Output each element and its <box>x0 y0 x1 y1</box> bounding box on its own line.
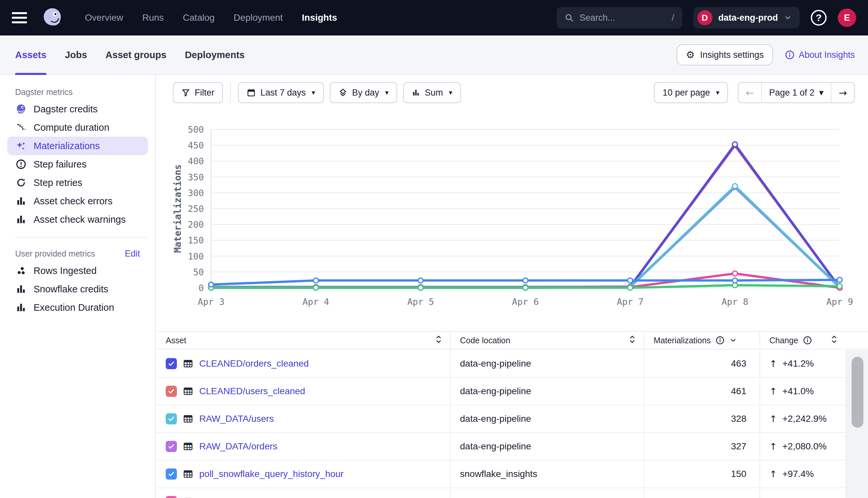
tab-deployments[interactable]: Deployments <box>185 36 245 74</box>
dagster-logo-icon[interactable] <box>41 7 63 29</box>
search-input[interactable]: Search... / <box>557 7 682 29</box>
hamburger-menu-icon[interactable] <box>12 12 27 23</box>
sidebar-item-label: Compute duration <box>34 122 110 133</box>
sidebar-item-asset-check-warnings[interactable]: Asset check warnings <box>7 210 148 228</box>
code-location: snowflake_insights <box>460 469 537 479</box>
change-percent: +2,242.9% <box>782 414 827 424</box>
column-header-code-location[interactable]: Code location <box>450 332 644 349</box>
svg-text:Apr 9: Apr 9 <box>826 297 853 307</box>
metrics-sidebar: Dagster metrics Dagster creditsCompute d… <box>0 76 156 498</box>
aggregation-button[interactable]: Sum ▾ <box>403 82 461 103</box>
deployment-switcher[interactable]: D data-eng-prod <box>693 7 800 29</box>
sidebar-section-title: Dagster metrics <box>0 84 155 100</box>
line-chart-svg: 050100150200250300350400450500Apr 3Apr 4… <box>156 108 868 338</box>
date-range-button[interactable]: Last 7 days ▾ <box>238 82 324 103</box>
series-checkbox[interactable] <box>166 358 177 369</box>
assets-table: AssetCode locationMaterializationsChange… <box>156 331 868 498</box>
sidebar-item-asset-check-errors[interactable]: Asset check errors <box>7 192 148 210</box>
column-header-asset[interactable]: Asset <box>156 332 450 349</box>
asset-link[interactable]: CLEANED/… <box>199 496 255 498</box>
edit-metrics-link[interactable]: Edit <box>125 249 140 259</box>
materializations-count: 328 <box>644 405 760 432</box>
per-page-dropdown[interactable]: 10 per page ▾ <box>654 82 728 103</box>
tab-jobs[interactable]: Jobs <box>65 36 87 74</box>
svg-text:100: 100 <box>188 251 204 261</box>
series-checkbox[interactable] <box>166 386 177 397</box>
series-checkbox[interactable] <box>166 441 177 452</box>
sidebar-item-snowflake-credits[interactable]: Snowflake credits <box>7 280 148 298</box>
top-nav-link-deployment[interactable]: Deployment <box>234 12 283 23</box>
sort-icon[interactable] <box>628 335 637 344</box>
svg-text:Apr 4: Apr 4 <box>303 297 329 307</box>
sidebar-section-title-user: User provided metrics Edit <box>0 246 155 261</box>
table-row: CLEANED/orders_cleaneddata-eng-pipeline4… <box>156 350 868 378</box>
table-row: CLEANED/users_cleaneddata-eng-pipeline46… <box>156 378 868 405</box>
sidebar-item-step-retries[interactable]: Step retries <box>7 173 148 192</box>
chart-toolbar: Filter Last 7 days ▾ By day ▾ Sum ▾ 10 p… <box>173 82 855 103</box>
about-insights-link[interactable]: About Insights <box>785 50 855 60</box>
info-icon[interactable] <box>715 336 725 345</box>
alert-circle-icon <box>15 159 27 170</box>
sidebar-item-label: Dagster credits <box>34 104 98 115</box>
secondary-nav: AssetsJobsAsset groupsDeployments ⚙ Insi… <box>0 36 868 75</box>
tab-asset-groups[interactable]: Asset groups <box>105 36 166 74</box>
top-nav-link-runs[interactable]: Runs <box>142 12 164 23</box>
vertical-scrollbar[interactable] <box>852 357 864 428</box>
help-icon[interactable]: ? <box>811 10 827 26</box>
materializations-count: 47 <box>644 488 760 498</box>
up-arrow-icon: ↑ <box>769 414 777 424</box>
column-header-change[interactable]: Change <box>760 332 846 349</box>
tab-assets[interactable]: Assets <box>15 36 46 74</box>
chevron-down-icon[interactable] <box>729 336 737 344</box>
caret-down-icon: ▾ <box>716 89 719 96</box>
sidebar-item-label: Rows Ingested <box>34 265 97 276</box>
asset-link[interactable]: RAW_DATA/orders <box>199 441 278 452</box>
prev-page-button[interactable]: ← <box>739 83 761 103</box>
gear-icon: ⚙ <box>686 50 695 60</box>
sidebar-item-rows-ingested[interactable]: Rows Ingested <box>7 261 148 280</box>
asset-link[interactable]: CLEANED/orders_cleaned <box>199 358 309 369</box>
svg-text:50: 50 <box>193 267 204 277</box>
sidebar-item-materializations[interactable]: Materializations <box>7 137 148 155</box>
column-header-materializations[interactable]: Materializations <box>644 332 760 349</box>
filter-button[interactable]: Filter <box>173 82 223 103</box>
table-icon <box>183 414 193 424</box>
top-nav-link-catalog[interactable]: Catalog <box>183 12 215 23</box>
series-checkbox[interactable] <box>166 413 177 424</box>
caret-down-icon: ▾ <box>385 89 388 96</box>
insights-settings-button[interactable]: ⚙ Insights settings <box>677 44 773 65</box>
top-nav-link-overview[interactable]: Overview <box>85 12 123 23</box>
user-avatar[interactable]: E <box>838 9 856 27</box>
table-row: CLEANED/…data-eng-pipeline47↑+1,0…% <box>156 488 868 498</box>
table-row: poll_snowflake_query_history_hoursnowfla… <box>156 461 868 488</box>
caret-down-icon: ▾ <box>819 87 824 98</box>
svg-text:300: 300 <box>188 188 204 198</box>
info-icon[interactable] <box>803 336 812 345</box>
svg-text:150: 150 <box>188 235 204 245</box>
series-checkbox[interactable] <box>166 469 177 480</box>
sidebar-item-step-failures[interactable]: Step failures <box>7 155 148 173</box>
funnel-icon <box>181 88 190 97</box>
sort-icon[interactable] <box>830 335 839 344</box>
sidebar-item-execution-duration[interactable]: Execution Duration <box>7 298 148 317</box>
search-icon <box>564 13 574 22</box>
series-checkbox[interactable] <box>166 496 177 498</box>
retry-icon <box>15 177 27 188</box>
svg-text:Apr 3: Apr 3 <box>197 297 224 307</box>
octopus-icon <box>15 104 27 115</box>
next-page-button[interactable]: → <box>831 83 854 103</box>
sidebar-item-label: Step retries <box>34 178 82 188</box>
asset-link[interactable]: RAW_DATA/users <box>199 414 274 424</box>
top-nav-link-insights[interactable]: Insights <box>302 12 337 23</box>
sidebar-divider <box>15 237 147 238</box>
svg-text:250: 250 <box>188 204 204 214</box>
asset-link[interactable]: poll_snowflake_query_history_hour <box>199 469 344 479</box>
sidebar-item-dagster-credits[interactable]: Dagster credits <box>7 100 148 118</box>
asset-link[interactable]: CLEANED/users_cleaned <box>199 386 305 396</box>
sort-icon[interactable] <box>434 335 443 344</box>
sidebar-item-label: Asset check errors <box>34 196 113 207</box>
granularity-button[interactable]: By day ▾ <box>330 82 397 103</box>
compute-duration-icon <box>15 122 27 133</box>
page-indicator-dropdown[interactable]: Page 1 of 2 ▾ <box>761 83 831 103</box>
sidebar-item-compute-duration[interactable]: Compute duration <box>7 118 148 137</box>
